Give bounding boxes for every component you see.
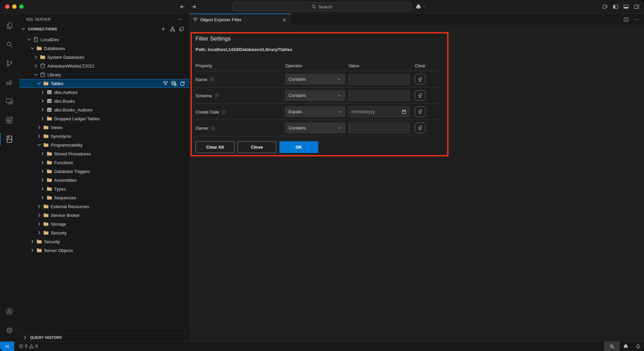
activity-item-source-control[interactable] [0,54,19,73]
filter-value-input[interactable] [348,74,410,85]
clear-row-button[interactable] [415,74,426,84]
connections-label: CONNECTIONS [28,27,57,31]
chevron-icon [40,169,45,174]
toggle-primary-sidebar-icon[interactable] [613,4,618,9]
back-arrow-icon[interactable] [179,4,185,10]
tree-item[interactable]: Programmability [19,141,189,149]
toggle-secondary-sidebar-icon[interactable] [634,4,639,9]
tree-item[interactable]: AdventureWorksLT2022 [19,61,189,70]
history-nav [179,0,197,14]
zoom-status-item[interactable] [604,342,620,351]
activity-item-sql-server[interactable] [0,130,19,149]
activity-item-search[interactable] [0,35,19,54]
tree-item[interactable]: Synonyms [19,132,189,141]
tree-item[interactable]: Database Triggers [19,167,189,176]
close-window-button[interactable] [5,4,9,9]
notifications-status-item[interactable] [632,342,644,351]
operator-dropdown[interactable]: Equals [285,106,345,117]
chevron-icon [40,177,45,183]
operator-dropdown[interactable]: Contains [285,90,345,101]
clear-row-button[interactable] [415,123,426,133]
new-table-icon[interactable] [171,81,177,86]
tree-item[interactable]: Storage [19,220,189,228]
calendar-icon[interactable] [401,109,407,114]
filter-value-input[interactable] [348,123,410,133]
tab-object-explorer-filter[interactable]: Object Explorer Filter [189,14,291,25]
tree-item[interactable]: System Databases [19,53,189,61]
tree-item[interactable]: Library [19,70,189,79]
activity-item-settings[interactable] [0,321,19,340]
copilot-status-item[interactable] [620,342,632,351]
activity-item-extensions[interactable] [0,111,19,130]
tree-item-label: dbo.Authors [54,90,78,95]
forward-arrow-icon[interactable] [191,4,197,10]
filter-icon [193,17,198,22]
tree-item[interactable]: dbo.Books_Authors [19,105,189,114]
close-button[interactable]: Close [237,141,276,153]
tree-item[interactable]: Stored Procedures [19,149,189,158]
database-icon [40,72,45,77]
tree-item[interactable]: Types [19,184,189,193]
title-bar: Search [0,0,644,14]
problems-status[interactable]: 0 0 [19,344,38,349]
activity-item-explorer[interactable] [0,16,19,35]
tree-item[interactable]: Assemblies [19,176,189,184]
refresh-icon[interactable] [180,81,185,86]
tree-item[interactable]: Service Broker [19,211,189,220]
toggle-panel-icon[interactable] [623,4,629,9]
customize-layout-icon[interactable] [602,4,608,9]
database-icon [40,63,45,69]
tree-item[interactable]: Security [19,237,189,246]
chevron-icon [30,46,35,51]
filter-value-date-input[interactable] [348,106,410,117]
tree-item-label: Synonyms [51,134,71,139]
tree-item[interactable]: Sequences [19,193,189,202]
remote-indicator[interactable] [0,342,14,351]
folder-icon [43,230,49,235]
tree-item[interactable]: Dropped Ledger Tables [19,114,189,123]
tree-item[interactable]: Server Objects [19,246,189,255]
chevron-icon [33,54,39,60]
activity-item-account[interactable] [0,302,19,321]
editor-content: Filter Settings Path: localhost,1434/Dat… [189,25,644,341]
connection-groups-icon[interactable] [170,26,175,32]
tree-item[interactable]: Security [19,228,189,237]
tree-item[interactable]: Functions [19,158,189,167]
command-search-box[interactable]: Search [232,2,412,11]
add-connection-icon[interactable] [161,26,166,32]
operator-value: Contains [289,125,306,130]
minimize-window-button[interactable] [12,4,17,9]
tree-item[interactable]: dbo.Authors [19,88,189,97]
tree-item-label: Database Triggers [54,169,90,174]
connections-section-header[interactable]: CONNECTIONS [19,25,189,33]
tree-item[interactable]: dbo.Books [19,97,189,105]
tree-item[interactable]: LocalDev [19,35,189,44]
tree-item[interactable]: Databases [19,44,189,53]
activity-item-remote-explorer[interactable] [0,92,19,111]
info-icon [211,126,215,130]
tree-item[interactable]: External Resources [19,202,189,211]
filter-row: Schema Contains [196,87,441,104]
operator-dropdown[interactable]: Contains [285,123,345,133]
zoom-in-icon [610,344,615,349]
clear-all-button[interactable]: Clear All [196,141,234,153]
query-history-section-header[interactable]: QUERY HISTORY [19,333,189,341]
clear-row-button[interactable] [415,90,426,101]
filter-value-input[interactable] [348,90,410,101]
activity-item-run-debug[interactable] [0,73,19,92]
editor-group: Object Explorer Filter Filter Settings P… [189,14,644,341]
sidebar-more-actions-icon[interactable] [177,17,183,22]
editor-more-actions-icon[interactable] [634,17,639,22]
tree-item[interactable]: Tables [19,79,189,88]
filter-icon[interactable] [163,81,168,86]
close-tab-icon[interactable] [282,17,287,23]
copilot-menu[interactable] [415,0,426,14]
split-editor-icon[interactable] [623,17,629,22]
clear-row-button[interactable] [415,106,426,117]
operator-dropdown[interactable]: Contains [285,74,345,84]
duplicate-icon[interactable] [179,26,184,32]
folder-icon [43,125,49,130]
tree-item[interactable]: Views [19,123,189,132]
ok-button[interactable]: OK [279,141,318,153]
zoom-window-button[interactable] [19,4,24,9]
